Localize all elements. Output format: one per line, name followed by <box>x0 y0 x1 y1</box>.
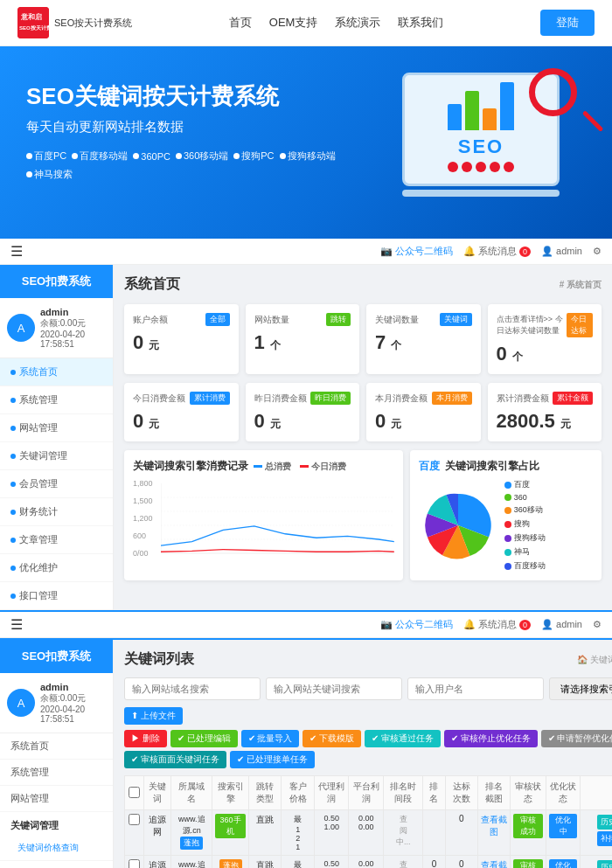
kw-title-row: 关键词列表 🏠 关键词管理 > 关键词列表 <box>124 650 612 669</box>
stat-yesterday-cost: 昨日消费金额昨日消费 0 元 <box>246 383 360 441</box>
col-audit: 审核状态 <box>511 776 546 810</box>
action-buttons: ▶ 删除 ✔ 已处理编辑 ✔ 批量导入 ✔ 下载模版 ✔ 审核通过任务 ✔ 审核… <box>124 730 612 768</box>
row2-platform-profit: 0.000.00 <box>349 856 384 869</box>
domain-search-input[interactable] <box>124 677 261 700</box>
nav-demo[interactable]: 系统演示 <box>335 15 380 31</box>
dashboard2: SEO扣费系统 A admin 余额:0.00元 2020-04-20 17:5… <box>0 638 612 868</box>
row1-screenshot[interactable]: 查看截图 <box>477 810 510 856</box>
sidebar-item-finance[interactable]: 财务统计 <box>0 498 113 526</box>
system-message[interactable]: 🔔 系统消息 0 <box>463 245 531 258</box>
apply-pause-btn[interactable]: ✔ 申请暂停优化任务 <box>541 730 612 747</box>
top-navigation: 意和启 SEO按天计费 SEO按天计费系统 首页 OEM支持 系统演示 联系我们… <box>0 0 612 46</box>
row1-check[interactable] <box>129 814 140 825</box>
dash1-topbar-right: 📷 公众号二维码 🔔 系统消息 0 👤 admin ⚙ <box>380 245 602 258</box>
sidebar1-header: SEO扣费系统 <box>0 265 113 298</box>
row1-jump: 直跳 <box>248 810 281 856</box>
dashboard1-topbar: ☰ 📷 公众号二维码 🔔 系统消息 0 👤 admin ⚙ <box>0 239 612 265</box>
logo: 意和启 SEO按天计费 SEO按天计费系统 <box>17 7 132 38</box>
y-axis-labels: 1,800 1,500 1,200 600 0/00 <box>133 479 153 558</box>
table-row: 追源网 www.追源.cn蓬抱 蓬抱 直跳 最121 0.501.00 0.00… <box>125 856 613 869</box>
qrcode-link[interactable]: 📷 公众号二维码 <box>380 245 453 258</box>
sidebar2-menu: 系统首页 系统管理 网站管理 关键词管理 关键词价格查询 关键词指数价格 关键词… <box>0 733 113 868</box>
col-jump: 跳转类型 <box>248 776 281 810</box>
seo-label: SEO <box>458 135 504 158</box>
row1-domain: www.追源.cn蓬抱 <box>171 810 212 856</box>
processed-edit-btn[interactable]: ✔ 已处理编辑 <box>170 730 238 747</box>
sidebar-item-article[interactable]: 文章管理 <box>0 526 113 554</box>
stat-today-cost: 今日消费金额累计消费 0 元 <box>124 383 239 441</box>
processed-order-btn[interactable]: ✔ 已处理接单任务 <box>230 751 315 768</box>
hamburger-icon2[interactable]: ☰ <box>10 616 23 633</box>
sidebar2-system[interactable]: 系统管理 <box>0 760 113 786</box>
user-info: A admin 余额:0.00元 2020-04-20 17:58:51 <box>0 298 113 358</box>
hamburger-icon[interactable]: ☰ <box>10 243 23 260</box>
op-rerank1[interactable]: 补排任务 <box>597 831 612 846</box>
audit-stop-btn[interactable]: ✔ 审核停止优化任务 <box>444 730 538 747</box>
sidebar-item-keyword[interactable]: 关键词管理 <box>0 442 113 470</box>
user-details2: admin 余额:0.00元 2020-04-20 17:58:51 <box>40 682 106 724</box>
sidebar2-kw-section: 关键词管理 <box>0 812 113 836</box>
settings-icon[interactable]: ⚙ <box>593 246 602 257</box>
row2-ops: 历史排名 排名记 补排任务 <box>581 856 612 869</box>
dashboard1: SEO扣费系统 A admin 余额:0.00元 2020-04-20 17:5… <box>0 265 612 610</box>
sidebar-item-optimize[interactable]: 优化维护 <box>0 554 113 582</box>
sidebar2-website[interactable]: 网站管理 <box>0 786 113 812</box>
col-keyword: 关键词 <box>144 776 171 810</box>
settings-icon2[interactable]: ⚙ <box>593 619 602 630</box>
table-row: 追源网 www.追源.cn蓬抱 360手机 直跳 最121 0.501.00 0… <box>125 810 613 856</box>
row1-agent-profit: 0.501.00 <box>314 810 349 856</box>
select-all[interactable] <box>129 787 140 798</box>
tag-sougou-pc: 搜狗PC <box>233 149 274 163</box>
download-template-btn[interactable]: ✔ 下载模版 <box>303 730 361 747</box>
keyword-main: SEO扣费系统 A admin 余额:0.00元 2020-04-20 17:5… <box>0 640 612 868</box>
delete-btn[interactable]: ▶ 删除 <box>124 730 167 747</box>
keyword-search-input[interactable] <box>266 677 402 700</box>
qrcode-link2[interactable]: 📷 公众号二维码 <box>380 618 453 631</box>
search-row: 请选择搜索引擎 百度PC 百度移动端 360PC 360移动端 🔍 <box>124 677 612 700</box>
op-history-rank1[interactable]: 历史排名 <box>597 815 612 830</box>
sidebar2-home[interactable]: 系统首页 <box>0 733 113 760</box>
row2-optimize: 优化中 <box>546 856 581 869</box>
upload-file-btn[interactable]: ⬆ 上传文件 <box>124 707 183 725</box>
sidebar2-kw-price[interactable]: 关键词价格查询 <box>0 836 113 861</box>
nav-contact[interactable]: 联系我们 <box>398 15 443 31</box>
stat-total-cost: 累计消费金额累计金额 2800.5 元 <box>488 383 602 441</box>
op-history-rank2[interactable]: 历史排名 <box>597 860 612 868</box>
login-button[interactable]: 登陆 <box>540 10 595 36</box>
username-search-input[interactable] <box>407 677 544 700</box>
engine-select[interactable]: 请选择搜索引擎 百度PC 百度移动端 360PC 360移动端 <box>549 677 612 700</box>
row1-engine: 360手机 <box>212 810 249 856</box>
sidebar2-header: SEO扣费系统 <box>0 640 113 673</box>
col-client-price: 客户价格 <box>282 776 314 810</box>
sidebar-item-member[interactable]: 会员管理 <box>0 470 113 498</box>
nav-home[interactable]: 首页 <box>229 15 252 31</box>
row2-screenshot[interactable]: 查看截图 <box>477 856 510 869</box>
audit-pass-btn[interactable]: ✔ 审核通过任务 <box>365 730 441 747</box>
sidebar-item-system[interactable]: 系统管理 <box>0 386 113 414</box>
audit-page-kw-btn[interactable]: ✔ 审核面面关键词任务 <box>124 751 226 768</box>
system-message2[interactable]: 🔔 系统消息 0 <box>463 618 531 631</box>
batch-import-btn[interactable]: ✔ 批量导入 <box>241 730 300 747</box>
tag-baidu-mobile: 百度移动端 <box>72 149 128 163</box>
stat-keywords: 关键词数量关键词 7 个 <box>366 304 481 374</box>
sidebar2-kw-index[interactable]: 关键词指数价格 <box>0 861 113 868</box>
sidebar-item-website[interactable]: 网站管理 <box>0 414 113 442</box>
row2-rank-time: 查阅中... <box>384 856 423 869</box>
sidebar1-menu: 系统首页 系统管理 网站管理 关键词管理 会员管理 财务统计 文章管理 优化维护… <box>0 358 113 610</box>
sidebar-item-home[interactable]: 系统首页 <box>0 358 113 386</box>
row1-optimize: 优化中 <box>546 810 581 856</box>
col-reach: 达标次数 <box>445 776 477 810</box>
nav-oem[interactable]: OEM支持 <box>269 15 318 31</box>
dash1-topbar-left: ☰ <box>10 243 23 260</box>
hero-section: SEO关键词按天计费系统 每天自动更新网站排名数据 百度PC 百度移动端 360… <box>0 46 612 239</box>
admin-name: 👤 admin <box>541 246 582 257</box>
row2-agent-profit: 0.501.00 <box>314 856 349 869</box>
line-chart-title: 关键词搜索引擎消费记录 总消费 今日消费 <box>133 459 394 474</box>
row2-check[interactable] <box>129 859 140 868</box>
stat-balance: 账户余额全部 0 元 <box>124 304 239 374</box>
kw-title: 关键词列表 <box>124 650 194 669</box>
sidebar-item-api[interactable]: 接口管理 <box>0 582 113 610</box>
user-avatar2: A <box>7 689 35 717</box>
monitor-stand <box>402 190 560 197</box>
col-check <box>125 776 144 810</box>
